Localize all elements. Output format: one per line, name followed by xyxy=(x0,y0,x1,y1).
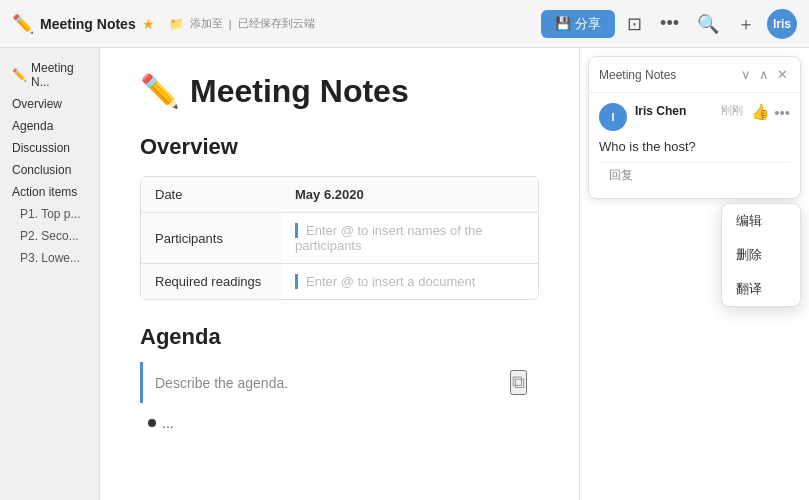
comment-more-button[interactable]: ••• xyxy=(774,104,790,121)
folder-icon: 📁 xyxy=(169,17,184,31)
comment-time: 刚刚 xyxy=(721,103,743,118)
comment-box: Meeting Notes ∨ ∧ ✕ I Iris Chen 刚刚 xyxy=(588,56,801,199)
context-menu: 编辑 删除 翻译 xyxy=(721,203,801,307)
sidebar-item-p3[interactable]: P3. Lowe... xyxy=(6,248,93,268)
row-readings-label: Required readings xyxy=(141,264,281,300)
comment-controls: ∨ ∧ ✕ xyxy=(739,65,790,84)
topbar-title: Meeting Notes xyxy=(40,16,136,32)
sidebar-note-item[interactable]: ✏️ Meeting N... xyxy=(6,58,93,92)
sidebar-item-agenda[interactable]: Agenda xyxy=(6,116,93,136)
pencil-icon: ✏️ xyxy=(12,13,34,35)
topbar-meta: 📁 添加至 | 已经保存到云端 xyxy=(169,16,315,31)
agenda-heading: Agenda xyxy=(140,324,539,350)
reply-link[interactable]: 回复 xyxy=(599,162,790,188)
sidebar-item-p2[interactable]: P2. Seco... xyxy=(6,226,93,246)
comment-username: Iris Chen xyxy=(635,104,686,118)
doc-title: ✏️ Meeting Notes xyxy=(140,72,539,110)
context-menu-delete[interactable]: 删除 xyxy=(722,238,800,272)
share-label: 分享 xyxy=(575,15,601,33)
bullet-dot xyxy=(148,419,156,427)
saved-label: 已经保存到云端 xyxy=(238,16,315,31)
row-participants-value[interactable]: Enter @ to insert names of the participa… xyxy=(281,213,538,264)
overview-heading: Overview xyxy=(140,134,539,160)
more-button[interactable]: ••• xyxy=(654,9,685,38)
right-panel: Meeting Notes ∨ ∧ ✕ I Iris Chen 刚刚 xyxy=(579,48,809,500)
row-readings-value[interactable]: Enter @ to insert a document xyxy=(281,264,538,300)
overview-table: Date May 6.2020 Participants Enter @ to … xyxy=(140,176,539,300)
sidebar-item-discussion[interactable]: Discussion xyxy=(6,138,93,158)
sidebar-item-overview[interactable]: Overview xyxy=(6,94,93,114)
comment-title: Meeting Notes xyxy=(599,68,676,82)
close-comment-button[interactable]: ✕ xyxy=(775,65,790,84)
note-label: Meeting N... xyxy=(31,61,87,89)
main: ✏️ Meeting N... Overview Agenda Discussi… xyxy=(0,48,809,500)
col-date: Date xyxy=(141,177,281,213)
agenda-section: Agenda Describe the agenda. ⧉ ... xyxy=(140,324,539,435)
add-button[interactable]: ＋ xyxy=(731,8,761,40)
agenda-desc: Describe the agenda. ⧉ xyxy=(140,362,539,403)
share-icon: 💾 xyxy=(555,16,571,31)
star-icon[interactable]: ★ xyxy=(142,16,155,32)
doc-icon: ✏️ xyxy=(140,72,180,110)
present-button[interactable]: ⊡ xyxy=(621,9,648,39)
meta-separator: | xyxy=(229,18,232,30)
topbar-actions: 💾 分享 ⊡ ••• 🔍 ＋ Iris xyxy=(541,8,797,40)
sidebar: ✏️ Meeting N... Overview Agenda Discussi… xyxy=(0,48,100,500)
sidebar-item-p1[interactable]: P1. Top p... xyxy=(6,204,93,224)
bullet-text[interactable]: ... xyxy=(162,415,174,431)
comment-header: Meeting Notes ∨ ∧ ✕ xyxy=(589,57,800,93)
doc-title-text: Meeting Notes xyxy=(190,73,409,110)
editor: ✏️ Meeting Notes Overview Date May 6.202… xyxy=(100,48,579,500)
sidebar-item-conclusion[interactable]: Conclusion xyxy=(6,160,93,180)
context-menu-edit[interactable]: 编辑 xyxy=(722,204,800,238)
context-menu-translate[interactable]: 翻译 xyxy=(722,272,800,306)
topbar: ✏️ Meeting Notes ★ 📁 添加至 | 已经保存到云端 💾 分享 … xyxy=(0,0,809,48)
row-participants-label: Participants xyxy=(141,213,281,264)
search-button[interactable]: 🔍 xyxy=(691,9,725,39)
chevron-down-button[interactable]: ∨ xyxy=(739,65,753,84)
readings-placeholder: Enter @ to insert a document xyxy=(295,274,475,289)
note-icon: ✏️ xyxy=(12,68,27,82)
add-to-label[interactable]: 添加至 xyxy=(190,16,223,31)
avatar[interactable]: Iris xyxy=(767,9,797,39)
share-button[interactable]: 💾 分享 xyxy=(541,10,615,38)
comment-avatar: I xyxy=(599,103,627,131)
participants-placeholder: Enter @ to insert names of the participa… xyxy=(295,223,483,253)
comment-user-row: I Iris Chen 刚刚 👍 ••• xyxy=(599,103,790,131)
topbar-left: ✏️ Meeting Notes ★ 📁 添加至 | 已经保存到云端 xyxy=(12,13,533,35)
agenda-placeholder[interactable]: Describe the agenda. xyxy=(155,375,502,391)
copy-button[interactable]: ⧉ xyxy=(510,370,527,395)
comment-name-row: Iris Chen 刚刚 xyxy=(635,103,743,118)
chevron-up-button[interactable]: ∧ xyxy=(757,65,771,84)
bullet-item: ... xyxy=(140,411,539,435)
comment-meta: Iris Chen 刚刚 xyxy=(635,103,743,118)
sidebar-item-action-items[interactable]: Action items xyxy=(6,182,93,202)
comment-body: I Iris Chen 刚刚 👍 ••• Who is the host? 回复 xyxy=(589,93,800,198)
comment-text: Who is the host? xyxy=(599,139,790,154)
like-button[interactable]: 👍 xyxy=(751,103,770,121)
col-date-value[interactable]: May 6.2020 xyxy=(281,177,538,213)
